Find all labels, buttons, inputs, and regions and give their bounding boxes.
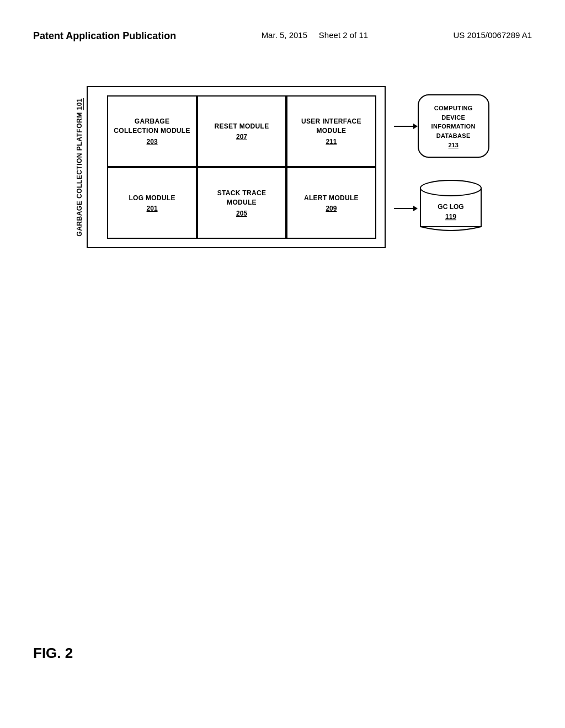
computing-device-number: 213 <box>448 142 458 148</box>
computing-device-label: COMPUTINGDEVICEINFORMATIONDATABASE <box>431 104 476 140</box>
header-date-sheet: Mar. 5, 2015 Sheet 2 of 11 <box>262 30 368 40</box>
gc-log-svg: GC LOG 119 <box>418 177 484 238</box>
figure-label: FIG. 2 <box>33 645 73 662</box>
alert-module-number: 209 <box>326 205 337 212</box>
svg-text:GC LOG: GC LOG <box>438 203 463 211</box>
header-date: Mar. 5, 2015 <box>262 30 307 40</box>
platform-side-label: GARBAGE COLLECTION PLATFORM 101 <box>76 86 83 248</box>
reset-module-number: 207 <box>236 133 247 141</box>
user-interface-module-label: USER INTERFACEMODULE <box>301 117 361 136</box>
platform-label-text: GARBAGE COLLECTION PLATFORM 101 <box>76 98 83 237</box>
arrow-head-top <box>413 124 418 129</box>
platform-outer-box: GARBAGECOLLECTION MODULE 203 RESET MODUL… <box>87 86 385 248</box>
arrow-line-top <box>394 126 413 127</box>
stack-trace-module-box: STACK TRACEMODULE 205 <box>197 167 286 239</box>
diagram-area: GARBAGE COLLECTION PLATFORM 101 GARBAGEC… <box>0 53 565 270</box>
garbage-collection-module-box: GARBAGECOLLECTION MODULE 203 <box>107 95 196 167</box>
reset-module-box: RESET MODULE 207 <box>197 95 286 167</box>
module-grid: GARBAGECOLLECTION MODULE 203 RESET MODUL… <box>107 95 376 239</box>
header-patent-number: US 2015/0067289 A1 <box>453 30 532 40</box>
user-interface-module-number: 211 <box>326 138 337 146</box>
gc-log-cylinder: GC LOG 119 <box>418 177 484 240</box>
computing-device-box: COMPUTINGDEVICEINFORMATIONDATABASE 213 <box>418 94 489 158</box>
stack-trace-module-label: STACK TRACEMODULE <box>217 189 266 207</box>
garbage-collection-module-label: GARBAGECOLLECTION MODULE <box>114 117 190 136</box>
platform-wrapper: GARBAGE COLLECTION PLATFORM 101 GARBAGEC… <box>76 86 385 248</box>
reset-module-label: RESET MODULE <box>215 122 269 131</box>
alert-module-label: ALERT MODULE <box>304 194 359 203</box>
main-layout: GARBAGE COLLECTION PLATFORM 101 GARBAGEC… <box>76 86 489 248</box>
user-interface-module-box: USER INTERFACEMODULE 211 <box>286 95 376 167</box>
page: Patent Application Publication Mar. 5, 2… <box>0 0 565 728</box>
garbage-collection-module-number: 203 <box>147 138 158 146</box>
log-module-number: 201 <box>147 205 158 212</box>
gc-log-item: GC LOG 119 <box>394 177 484 240</box>
header: Patent Application Publication Mar. 5, 2… <box>0 0 565 53</box>
log-module-label: LOG MODULE <box>129 194 175 203</box>
computing-device-item: COMPUTINGDEVICEINFORMATIONDATABASE 213 <box>394 94 489 158</box>
svg-text:119: 119 <box>445 213 456 221</box>
arrow-line-bottom <box>394 208 413 209</box>
alert-module-box: ALERT MODULE 209 <box>286 167 376 239</box>
log-module-box: LOG MODULE 201 <box>107 167 196 239</box>
header-sheet: Sheet 2 of 11 <box>319 30 368 40</box>
stack-trace-module-number: 205 <box>236 210 247 217</box>
right-section: COMPUTINGDEVICEINFORMATIONDATABASE 213 <box>394 94 489 240</box>
arrow-head-bottom <box>413 206 418 211</box>
svg-point-1 <box>420 180 481 196</box>
header-publication-label: Patent Application Publication <box>33 30 176 42</box>
